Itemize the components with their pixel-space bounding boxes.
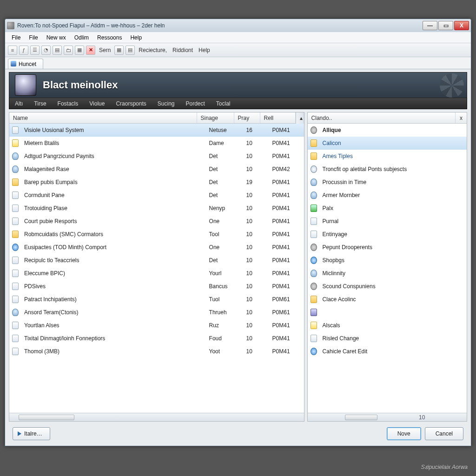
subnav-item[interactable]: Toclal	[211, 100, 236, 107]
menu-item[interactable]: File	[25, 33, 41, 42]
table-row[interactable]: Barep pubis EumpaïsDet19P0M41	[9, 176, 304, 189]
toolbar-icon[interactable]: ☰	[30, 46, 40, 55]
toolbar-icon[interactable]: ▤	[126, 46, 135, 55]
row-rell: P0M41	[269, 140, 304, 146]
table-row[interactable]: Tixital Dinmagt/loinh FonneptiorsFoud10P…	[9, 332, 304, 345]
left-list[interactable]: Visiole Uosional SystemNetuse16P0M41Miet…	[9, 124, 304, 413]
table-row[interactable]: Eusipactes (TOD Minth) ComportOne10P0M41	[9, 241, 304, 254]
subnav-item[interactable]: Craorsponts	[110, 100, 152, 107]
subnav-item[interactable]: Tirse	[28, 100, 52, 107]
table-row[interactable]: Robmcuidatis (SMC) CormatorsTool10P0M41	[9, 228, 304, 241]
row-icon	[9, 218, 20, 225]
table-row[interactable]: Ansord Teram(Ctonis)Thrueh10P0M61	[9, 306, 304, 319]
col-rell[interactable]: Rell	[260, 112, 296, 123]
col-sinage[interactable]: Sinage	[197, 112, 234, 123]
scroll-up-icon[interactable]: ▴	[296, 112, 304, 124]
list-item[interactable]: Miclinnity	[308, 267, 467, 280]
list-item[interactable]: Shopbgs	[308, 254, 467, 267]
folder-icon	[311, 152, 317, 160]
row-name: Patract Inchipatients)	[20, 296, 205, 303]
toolbar-folder-icon[interactable]: 🗀	[64, 46, 73, 55]
list-item[interactable]: Purnal	[308, 215, 467, 228]
right-close-icon[interactable]: x	[456, 112, 467, 123]
table-row[interactable]: Eleccume BPIC)Yourl10P0M41	[9, 267, 304, 280]
table-row[interactable]: Recipulc tlo TeaccrielsDet10P0M41	[9, 254, 304, 267]
close-button[interactable]: X	[454, 21, 469, 30]
toolbar-icon[interactable]: ▦	[114, 46, 124, 55]
toolbar-label[interactable]: Help	[197, 47, 212, 53]
toolbar-delete-icon[interactable]: ✕	[86, 46, 95, 55]
toolbar-clock-icon[interactable]: ◔	[41, 46, 51, 55]
user-icon	[311, 178, 317, 186]
list-item[interactable]: Entinyage	[308, 228, 467, 241]
row-sinage: Tuol	[205, 296, 243, 303]
col-pray[interactable]: Pray	[234, 112, 260, 123]
list-item[interactable]: Palx	[308, 202, 467, 215]
subnav-item[interactable]: Altı	[9, 100, 28, 107]
table-row[interactable]: Mietern BtalilsDame10P0M41	[9, 137, 304, 150]
list-item[interactable]	[308, 306, 467, 319]
subnav-item[interactable]: Sucing	[152, 100, 180, 107]
table-row[interactable]: Visiole Uosional SystemNetuse16P0M41	[9, 124, 304, 137]
table-row[interactable]: Adtgud Pangrzicund PaynitsDet10P0M41	[9, 150, 304, 163]
footer: Ιtalre… Nove Cancel	[9, 422, 467, 442]
right-hscroll[interactable]: 10	[308, 413, 467, 421]
ltale-button[interactable]: Ιtalre…	[13, 427, 50, 440]
cancel-button[interactable]: Cancel	[425, 427, 463, 440]
tab-huncet[interactable]: Huncet	[8, 59, 43, 69]
table-row[interactable]: Trotouiding PlaseNenyp10P0M41	[9, 202, 304, 215]
table-row[interactable]: Patract Inchipatients)Tuol10P0M61	[9, 293, 304, 306]
table-row[interactable]: Yourtlan AlsesRuz10P0M41	[9, 319, 304, 332]
list-item[interactable]: Risled Change	[308, 332, 467, 345]
menu-item[interactable]: Help	[126, 33, 145, 42]
list-item[interactable]: Ames Tiples	[308, 150, 467, 163]
row-name: Malagenited Rase	[20, 166, 205, 172]
list-item[interactable]: Pepunt Drooperents	[308, 241, 467, 254]
list-item[interactable]: Alscals	[308, 319, 467, 332]
right-list[interactable]: AlliqueCaliconAmes TiplesTroncfit op ale…	[308, 124, 467, 413]
nove-button[interactable]: Nove	[387, 427, 421, 440]
toolbar-icon[interactable]: ƒ	[19, 46, 28, 55]
list-item[interactable]: Armer Mornber	[308, 189, 467, 202]
right-header-title[interactable]: Clando..	[308, 112, 456, 123]
subnav-item[interactable]: Fostacls	[52, 100, 84, 107]
table-row[interactable]: PDSivesBancus10P0M41	[9, 280, 304, 293]
row-pray: 10	[243, 270, 269, 277]
info-icon	[311, 257, 317, 264]
subnav-item[interactable]: Violue	[84, 100, 110, 107]
row-name: Troncfit op aletital Ponts subjescts	[319, 166, 467, 172]
maximize-button[interactable]: ▭	[438, 21, 453, 30]
list-item[interactable]: Troncfit op aletital Ponts subjescts	[308, 163, 467, 176]
toolbar-icon[interactable]: ▦	[75, 46, 84, 55]
list-item[interactable]: Allique	[308, 124, 467, 137]
row-sinage: Det	[205, 166, 243, 172]
table-row[interactable]: Court pubie ResportsOne10P0M41	[9, 215, 304, 228]
list-item[interactable]: Procussin in Time	[308, 176, 467, 189]
toolbar-label[interactable]: Reciecture,	[137, 47, 169, 53]
menu-item[interactable]: New wx	[43, 33, 70, 42]
toolbar-icon[interactable]: ≡	[8, 46, 17, 55]
row-sinage: Ruz	[205, 322, 243, 329]
list-item[interactable]: Cahicle Caret Edit	[308, 345, 467, 358]
toolbar-icon[interactable]: ▤	[53, 46, 62, 55]
row-icon	[9, 322, 20, 329]
col-name[interactable]: Name	[9, 112, 197, 123]
list-item[interactable]: Calicon	[308, 137, 467, 150]
subnav-item[interactable]: Pordect	[180, 100, 210, 107]
list-item[interactable]: Scound Conspuniens	[308, 280, 467, 293]
table-row[interactable]: Malagenited RaseDet10P0M42	[9, 163, 304, 176]
menu-item[interactable]: Ressoons	[93, 33, 126, 42]
left-hscroll[interactable]	[9, 413, 304, 421]
row-name: Shopbgs	[319, 257, 467, 264]
row-sinage: Nenyp	[205, 205, 243, 212]
table-row[interactable]: Thomol (3MB)Yoot10P0M41	[9, 345, 304, 358]
toolbar-sern-label[interactable]: Sern	[97, 47, 112, 53]
menu-item[interactable]: File	[8, 33, 24, 42]
minimize-button[interactable]: —	[423, 21, 437, 30]
info-icon	[12, 244, 19, 251]
menu-item[interactable]: Odlim	[71, 33, 93, 42]
list-item[interactable]: Clace Acolinc	[308, 293, 467, 306]
toolbar-label[interactable]: Riddiont	[171, 47, 195, 53]
row-rell: P0M41	[269, 244, 304, 251]
table-row[interactable]: Cormdunit PaneDet10P0M41	[9, 189, 304, 202]
